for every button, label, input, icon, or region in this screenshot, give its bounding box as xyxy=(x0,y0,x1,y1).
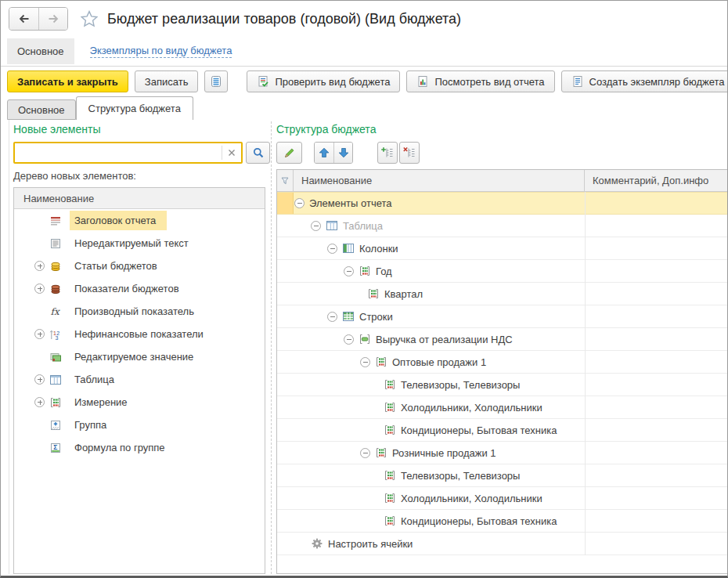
move-down-button[interactable] xyxy=(333,143,352,163)
numeric-axis-icon xyxy=(49,328,62,341)
new-elements-title: Новые элементы xyxy=(13,123,100,135)
tree-row-fridge-1[interactable]: Холодильники, Холодильники xyxy=(277,396,727,419)
collapse-minus-icon[interactable] xyxy=(344,334,354,345)
row-filter-cell xyxy=(277,193,294,214)
tree-delete-icon xyxy=(403,146,416,159)
row-label: Элементы отчета xyxy=(309,197,392,209)
new-element-item-group-formula[interactable]: Формула по группе xyxy=(14,436,265,459)
panel-splitter[interactable] xyxy=(271,121,273,574)
table-columns-icon xyxy=(342,242,355,255)
collapse-minus-icon[interactable] xyxy=(344,266,354,276)
row-filter-cell xyxy=(277,237,294,259)
filter-header-cell xyxy=(277,170,294,191)
static-text-icon xyxy=(49,237,62,250)
favorite-star-icon[interactable] xyxy=(81,10,98,27)
new-element-item-static-text[interactable]: Нередактируемый текст xyxy=(14,232,265,255)
move-buttons-group xyxy=(314,142,353,164)
tree-row-retail[interactable]: Розничные продажи 1 xyxy=(277,442,727,464)
tree-row-configure-cells[interactable]: Настроить ячейки xyxy=(277,533,727,555)
expand-plus-icon[interactable] xyxy=(34,284,45,294)
move-up-button[interactable] xyxy=(315,143,333,163)
collapse-minus-icon[interactable] xyxy=(360,448,370,458)
expand-plus-icon[interactable] xyxy=(34,374,45,385)
item-label: Группа xyxy=(70,415,111,435)
funnel-icon xyxy=(279,175,290,186)
table-body: Элементы отчета Таблица Колонки Год Квар… xyxy=(277,192,727,555)
left-edge-line xyxy=(9,120,9,574)
save-close-button[interactable]: Записать и закрыть xyxy=(7,70,128,92)
new-element-item-editable-value[interactable]: Редактируемое значение xyxy=(14,345,265,368)
new-elements-search-input[interactable] xyxy=(15,143,222,162)
view-report-button[interactable]: Посмотреть вид отчета xyxy=(406,70,554,92)
tree-row-report-elements[interactable]: Элементы отчета xyxy=(277,192,727,215)
nav-row: Основное Экземпляры по виду бюджета xyxy=(1,37,727,66)
dimension-icon xyxy=(384,424,396,436)
delete-node-button[interactable] xyxy=(399,142,420,164)
row-filter-cell xyxy=(277,374,294,396)
row-label: Кондиционеры, Бытовая техника xyxy=(401,424,557,436)
new-element-item-report-title[interactable]: Заголовок отчета xyxy=(14,209,265,232)
dimension-icon xyxy=(375,446,387,459)
tree-row-wholesale[interactable]: Оптовые продажи 1 xyxy=(277,351,727,374)
new-element-item-nonfinancial[interactable]: Нефинансовые показатели xyxy=(14,323,265,345)
row-filter-cell xyxy=(277,351,294,373)
edit-button[interactable] xyxy=(276,142,302,164)
expand-plus-icon[interactable] xyxy=(34,261,45,271)
row-label: Кондиционеры, Бытовая техника xyxy=(401,515,557,527)
collapse-minus-icon[interactable] xyxy=(360,357,370,367)
create-budget-instance-button[interactable]: Создать экземпляр бюджета xyxy=(561,70,728,92)
tab-main[interactable]: Основное xyxy=(7,99,76,120)
collapse-minus-icon[interactable] xyxy=(294,198,305,208)
nav-link-instances[interactable]: Экземпляры по виду бюджета xyxy=(90,45,232,58)
table-header: Наименование Комментарий, Доп.инфо xyxy=(277,170,727,192)
tree-row-tv-2[interactable]: Телевизоры, Телевизоры xyxy=(277,464,727,487)
check-budget-view-button[interactable]: Проверить вид бюджета xyxy=(247,70,400,92)
dimension-icon xyxy=(359,265,371,277)
search-button[interactable] xyxy=(246,142,270,164)
new-element-item-derived-indicator[interactable]: Производный показатель xyxy=(14,300,265,323)
back-button[interactable] xyxy=(9,8,38,30)
clear-search-icon[interactable] xyxy=(222,143,241,162)
tree-row-ac-1[interactable]: Кондиционеры, Бытовая техника xyxy=(277,419,727,442)
expand-plus-icon[interactable] xyxy=(34,397,45,407)
check-budget-view-label: Проверить вид бюджета xyxy=(275,76,390,88)
forward-button[interactable] xyxy=(38,8,67,30)
collapse-minus-icon[interactable] xyxy=(327,244,337,254)
collapse-minus-icon[interactable] xyxy=(311,221,321,231)
tree-row-quarter[interactable]: Квартал xyxy=(277,283,727,305)
row-filter-cell xyxy=(277,283,294,305)
add-node-button[interactable] xyxy=(377,142,398,164)
tree-row-fridge-2[interactable]: Холодильники, Холодильники xyxy=(277,487,727,510)
show-in-list-button[interactable] xyxy=(204,70,228,92)
name-column-header: Наименование xyxy=(294,170,585,191)
new-elements-tree-caption: Дерево новых элементов: xyxy=(13,170,136,182)
new-element-item-budget-indicators[interactable]: Показатели бюджетов xyxy=(14,277,265,300)
tree-row-rows[interactable]: Строки xyxy=(277,305,727,328)
row-filter-cell xyxy=(277,487,294,509)
tree-row-columns[interactable]: Колонки xyxy=(277,237,727,260)
tree-row-revenue[interactable]: Выручка от реализации НДС xyxy=(277,328,727,351)
magnifier-icon xyxy=(252,146,265,159)
back-arrow-icon xyxy=(18,13,31,25)
new-element-item-budget-articles[interactable]: Статьи бюджетов xyxy=(14,255,265,277)
collapse-minus-icon[interactable] xyxy=(327,312,337,322)
tree-row-year[interactable]: Год xyxy=(277,260,727,283)
nav-tab-main[interactable]: Основное xyxy=(7,38,74,64)
page-title: Бюджет реализации товаров (годовой) (Вид… xyxy=(107,11,461,27)
row-label: Год xyxy=(376,266,392,277)
tree-row-tv-1[interactable]: Телевизоры, Телевизоры xyxy=(277,374,727,396)
save-button[interactable]: Записать xyxy=(135,70,199,92)
tree-row-table[interactable]: Таблица xyxy=(277,215,727,237)
budget-structure-title: Структура бюджета xyxy=(276,123,376,135)
row-label: Таблица xyxy=(343,220,383,232)
tree-row-ac-2[interactable]: Кондиционеры, Бытовая техника xyxy=(277,510,727,533)
tab-budget-structure[interactable]: Структура бюджета xyxy=(76,96,193,120)
new-element-item-table[interactable]: Таблица xyxy=(14,368,265,391)
item-label: Формула по группе xyxy=(70,438,170,457)
row-filter-cell xyxy=(277,215,294,237)
new-element-item-group[interactable]: Группа xyxy=(14,414,265,436)
expand-plus-icon[interactable] xyxy=(34,329,45,339)
report-chart-icon xyxy=(416,75,429,88)
dimension-icon xyxy=(384,515,396,527)
new-element-item-dimension[interactable]: Измерение xyxy=(14,391,265,414)
